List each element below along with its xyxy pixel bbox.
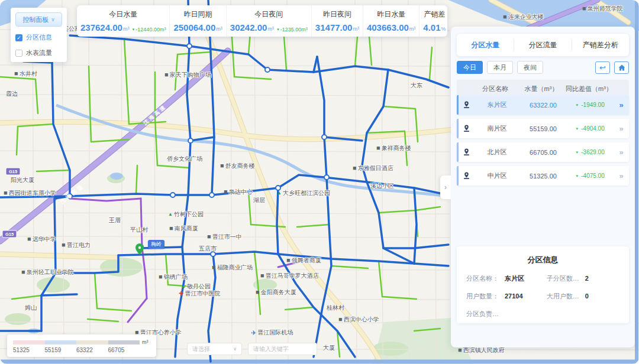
building-icon: ◼: [376, 146, 380, 151]
map-label: ◼领舞者商厦: [286, 256, 321, 265]
map-label: ◼远华中学: [27, 235, 56, 243]
school-icon: ◼: [21, 270, 25, 275]
delta-cell: ▼-3629.00: [566, 149, 614, 155]
map-label: 王厝: [109, 216, 121, 225]
building-icon: ◼: [353, 166, 357, 171]
map-legend: m³ 51325 55159 63322 66705: [7, 334, 156, 357]
map-label: 霞边: [6, 90, 18, 98]
map-label: 阳光大厦: [11, 176, 34, 184]
filter-month-button[interactable]: 本月: [487, 61, 513, 74]
map-label: 大厦: [323, 344, 335, 352]
undo-button[interactable]: ↩: [595, 61, 610, 74]
stat-today-volume: 今日水量 237624.00m³ ▼-12440.00m³: [77, 5, 169, 37]
filter-night-button[interactable]: 夜间: [517, 61, 543, 74]
map-label: ◼锦绣广场: [159, 273, 188, 281]
map-label: 大东: [411, 82, 422, 90]
school-icon: ◼: [582, 6, 586, 11]
building-icon: ◼: [159, 275, 163, 280]
map-pin-icon: [459, 125, 474, 132]
stat-yesterday-night: 昨日夜间 31477.00m³: [311, 5, 363, 37]
info-field-manager: 分区负责…: [466, 310, 547, 318]
table-row-north[interactable]: 北片区 66705.00 ▼-3629.00 »: [457, 142, 629, 162]
period-filter-row: 今日 本月 夜间 ↩: [457, 61, 629, 74]
down-arrow-icon: ▼: [575, 103, 579, 107]
tab-partition-flow[interactable]: 分区流量: [514, 39, 571, 51]
map-pin-icon: [459, 148, 474, 156]
map-label: ◼东雅假日酒店: [353, 164, 393, 173]
info-field-big-users: 大用户数…0: [547, 292, 619, 301]
building-icon: ◼: [458, 348, 462, 353]
area-select[interactable]: 请选择 ∨: [187, 343, 242, 355]
info-field-subzones: 子分区数…2: [547, 274, 619, 283]
map-label: ◼泉州轻工职业学院: [21, 268, 74, 277]
undo-icon: ↩: [599, 63, 606, 72]
layer-option-meter-flow[interactable]: 水表流量: [15, 48, 62, 57]
down-arrow-icon: ▼: [131, 28, 135, 31]
map-label: ◼连来企业大楼: [503, 13, 544, 21]
map-label: ▲大乡旺都江滨公园: [277, 189, 330, 197]
home-button[interactable]: [614, 61, 629, 74]
filter-today-button[interactable]: 今日: [457, 61, 483, 74]
map-label: 桂林村: [327, 304, 344, 312]
delta-cell: ▼-4075.00: [566, 173, 614, 179]
checkbox-unchecked-icon[interactable]: [15, 50, 22, 57]
control-panel-toggle[interactable]: 控制面板∨: [15, 12, 62, 27]
building-icon: ◼: [164, 73, 169, 77]
keyword-input[interactable]: [248, 343, 317, 355]
info-title: 分区信息: [466, 255, 619, 265]
info-field-name: 分区名称：东片区: [466, 274, 547, 283]
home-icon: [618, 64, 625, 71]
table-row-south[interactable]: 南片区 55159.00 ▼-4904.00 »: [457, 119, 629, 138]
building-icon: ◼: [212, 265, 216, 270]
plane-icon: ✈: [251, 330, 256, 336]
map-label: ◼象祥商务楼: [376, 144, 411, 152]
building-icon: ◼: [260, 274, 264, 278]
map-label: ◼家天下购物广场: [164, 71, 211, 79]
map-label: ◼泉达中心: [224, 188, 253, 196]
stat-yesterday-volume: 昨日水量 403663.00m³: [363, 5, 419, 37]
tab-partition-volume[interactable]: 分区水量: [457, 39, 514, 51]
tab-nrw-analysis[interactable]: 产销差分析: [572, 39, 629, 51]
map-label: ◼水井村: [14, 70, 37, 78]
map-label: 湖层: [253, 196, 265, 204]
control-panel: 控制面板∨ ✓ 分区信息 水表流量: [11, 8, 67, 62]
double-chevron-icon[interactable]: »: [614, 171, 629, 180]
svg-text:G15: G15: [5, 232, 14, 237]
decrease-delta: ▼-12440.00m³: [131, 27, 166, 32]
tree-icon: ▲: [181, 284, 186, 289]
building-icon: ◼: [224, 190, 228, 194]
building-icon: ◼: [14, 72, 18, 76]
map-label: ◼南风商厦: [169, 225, 198, 233]
map-label: 平山村: [130, 226, 148, 234]
table-row-east[interactable]: 东片区 63322.00 ▼-1949.00 »: [457, 95, 629, 115]
double-chevron-icon[interactable]: »: [614, 148, 629, 157]
map-label: 溪边小区: [370, 182, 394, 190]
map-label: ◼晋江市一中: [207, 233, 242, 241]
panel-collapse-handle[interactable]: ›: [440, 176, 451, 199]
double-chevron-icon[interactable]: »: [614, 124, 629, 133]
map-label: 姆山: [25, 304, 37, 312]
map-label: ◼晋江马哥孛罗大酒店: [260, 272, 319, 280]
school-icon: ◼: [207, 235, 211, 239]
stat-yesterday-same-period: 昨日同期 250064.00m³: [169, 5, 225, 37]
right-panel: › 分区水量 分区流量 产销差分析 今日 本月 夜间 ↩ 分区名称 水量（m³）…: [451, 27, 635, 347]
hospital-icon: ✚: [179, 291, 183, 297]
chevron-down-icon: ∨: [233, 346, 237, 352]
legend-segment: [13, 340, 45, 344]
tree-icon: ▲: [168, 212, 173, 217]
building-icon: ◼: [286, 258, 291, 263]
map-label: 五店市: [199, 245, 217, 253]
tree-icon: ▲: [277, 191, 282, 196]
layer-option-partition-info[interactable]: ✓ 分区信息: [15, 33, 62, 42]
stats-bar: 今日水量 237624.00m³ ▼-12440.00m³ 昨日同期 25006…: [77, 5, 447, 37]
delta-cell: ▼-4904.00: [566, 125, 614, 132]
checkbox-checked-icon[interactable]: ✓: [15, 34, 22, 41]
table-row-middle[interactable]: 中片区 51325.00 ▼-4075.00 »: [457, 166, 629, 186]
map-label: ✚晋江市中医院: [179, 290, 220, 298]
school-icon: ◼: [27, 237, 31, 242]
map-label: ◼舒友商务楼: [220, 162, 255, 170]
map-label: ◼西滨镇人民政府: [458, 346, 505, 355]
map-label: ▲竹树下公园: [168, 210, 204, 219]
double-chevron-icon[interactable]: »: [614, 100, 629, 109]
stat-today-night: 今日夜间 30242.00m³ ▼-1235.00m³: [226, 5, 311, 37]
